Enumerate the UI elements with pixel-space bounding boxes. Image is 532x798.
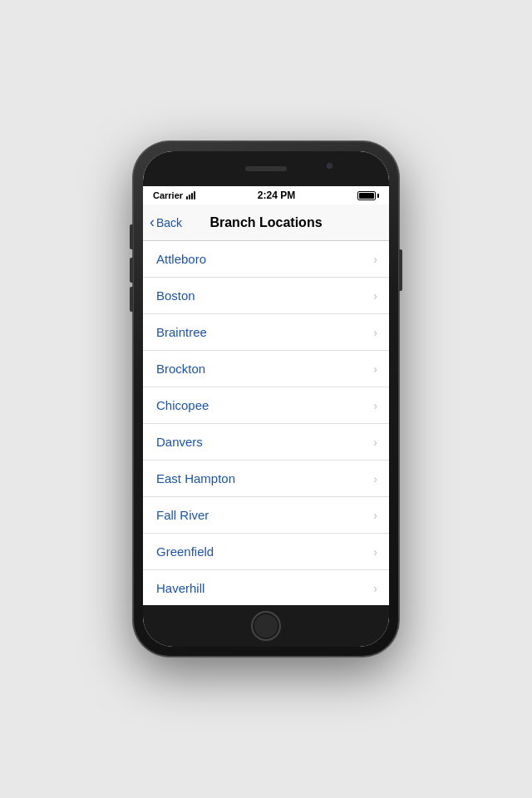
list-item[interactable]: East Hampton› <box>143 461 389 497</box>
battery-indicator <box>357 191 379 200</box>
list-item-label: Attleboro <box>156 252 206 266</box>
phone-bezel-top <box>143 151 389 186</box>
list-item[interactable]: Braintree› <box>143 314 389 351</box>
nav-bar: ‹ Back Branch Locations <box>143 204 389 241</box>
chevron-right-icon: › <box>373 582 377 595</box>
page-title: Branch Locations <box>209 215 322 230</box>
wifi-icon <box>186 191 195 200</box>
screen: Carrier 2:24 PM ‹ Back <box>143 186 389 605</box>
chevron-right-icon: › <box>373 253 377 266</box>
list-item-label: Haverhill <box>156 581 204 595</box>
camera <box>327 163 332 169</box>
list-item[interactable]: Danvers› <box>143 424 389 461</box>
carrier-text: Carrier <box>153 190 183 200</box>
chevron-right-icon: › <box>373 509 377 522</box>
phone-device: Carrier 2:24 PM ‹ Back <box>133 141 399 657</box>
list-item-label: East Hampton <box>156 471 235 485</box>
battery-tip <box>377 194 379 198</box>
battery-body <box>357 191 376 200</box>
home-button[interactable] <box>251 611 281 641</box>
phone-bezel-bottom <box>143 605 389 647</box>
list-item-label: Greenfield <box>156 544 214 559</box>
list-item[interactable]: Brockton› <box>143 351 389 387</box>
back-label: Back <box>156 216 182 229</box>
carrier-label: Carrier <box>153 190 195 200</box>
back-button[interactable]: ‹ Back <box>150 215 182 229</box>
list-item-label: Braintree <box>156 325 207 339</box>
list-item[interactable]: Chicopee› <box>143 387 389 424</box>
chevron-right-icon: › <box>373 289 377 303</box>
list-item-label: Boston <box>156 288 195 303</box>
battery-fill <box>359 193 374 199</box>
speaker <box>245 166 287 171</box>
list-item[interactable]: Attleboro› <box>143 241 389 278</box>
status-bar: Carrier 2:24 PM <box>143 186 389 204</box>
list-item[interactable]: Fall River› <box>143 497 389 534</box>
chevron-right-icon: › <box>373 472 377 485</box>
list-item-label: Fall River <box>156 508 209 522</box>
list-item[interactable]: Haverhill› <box>143 570 389 605</box>
status-time: 2:24 PM <box>258 190 295 201</box>
list-item-label: Brockton <box>156 362 205 376</box>
list-item[interactable]: Greenfield› <box>143 534 389 570</box>
chevron-right-icon: › <box>373 362 377 376</box>
chevron-right-icon: › <box>373 545 377 559</box>
list-item[interactable]: Boston› <box>143 278 389 314</box>
list-item-label: Chicopee <box>156 398 209 412</box>
chevron-left-icon: ‹ <box>150 214 155 229</box>
list-item-label: Danvers <box>156 435 203 449</box>
chevron-right-icon: › <box>373 326 377 339</box>
branch-locations-list: Attleboro›Boston›Braintree›Brockton›Chic… <box>143 241 389 605</box>
chevron-right-icon: › <box>373 399 377 412</box>
chevron-right-icon: › <box>373 436 377 449</box>
